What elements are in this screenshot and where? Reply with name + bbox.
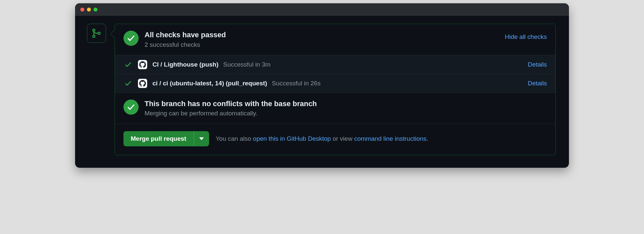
merge-options-dropdown-button[interactable] <box>194 131 209 146</box>
github-actions-avatar <box>138 60 147 69</box>
minimize-window-button[interactable] <box>87 8 91 12</box>
check-details-link[interactable]: Details <box>528 80 547 87</box>
checks-summary-section: All checks have passed 2 successful chec… <box>115 24 555 55</box>
svg-point-0 <box>93 29 95 31</box>
merge-action-row: Merge pull request You can also open thi… <box>115 124 555 155</box>
check-success-icon <box>123 80 133 87</box>
svg-point-1 <box>93 35 95 38</box>
conflicts-title: This branch has no conflicts with the ba… <box>145 99 547 109</box>
checks-summary-subtitle: 2 successful checks <box>145 41 499 48</box>
maximize-window-button[interactable] <box>94 8 97 12</box>
merge-hint-text: You can also open this in GitHub Desktop… <box>216 135 428 142</box>
open-github-desktop-link[interactable]: open this in GitHub Desktop <box>253 135 331 142</box>
check-name: ci / ci (ubuntu-latest, 14) (pull_reques… <box>152 80 267 87</box>
conflicts-subtitle: Merging can be performed automatically. <box>145 110 547 117</box>
check-status: Successful in 3m <box>223 61 271 68</box>
check-name: CI / Lighthouse (push) <box>152 61 219 68</box>
command-line-instructions-link[interactable]: command line instructions <box>354 135 427 142</box>
conflicts-section: This branch has no conflicts with the ba… <box>115 93 555 124</box>
window-titlebar <box>75 3 569 16</box>
github-actions-avatar <box>138 79 147 88</box>
merge-pull-request-button[interactable]: Merge pull request <box>123 131 194 146</box>
merge-status-area: All checks have passed 2 successful chec… <box>75 16 569 168</box>
check-details-link[interactable]: Details <box>528 61 547 68</box>
window-controls <box>80 8 97 12</box>
check-row: CI / Lighthouse (push) Successful in 3m … <box>115 55 555 74</box>
check-success-icon <box>123 61 133 68</box>
checkmark-icon <box>123 31 139 46</box>
svg-point-2 <box>98 32 100 35</box>
merge-button-group: Merge pull request <box>123 131 209 146</box>
checkmark-icon <box>123 100 139 115</box>
toggle-checks-link[interactable]: Hide all checks <box>505 33 547 41</box>
timeline-gutter <box>78 24 115 43</box>
check-row: ci / ci (ubuntu-latest, 14) (pull_reques… <box>115 74 555 93</box>
checks-summary-title: All checks have passed <box>145 30 499 40</box>
merge-panel: All checks have passed 2 successful chec… <box>115 24 556 155</box>
close-window-button[interactable] <box>80 8 84 12</box>
git-merge-icon <box>87 24 106 43</box>
caret-down-icon <box>199 136 204 141</box>
check-status: Successful in 26s <box>272 80 321 87</box>
browser-window: All checks have passed 2 successful chec… <box>75 3 569 168</box>
